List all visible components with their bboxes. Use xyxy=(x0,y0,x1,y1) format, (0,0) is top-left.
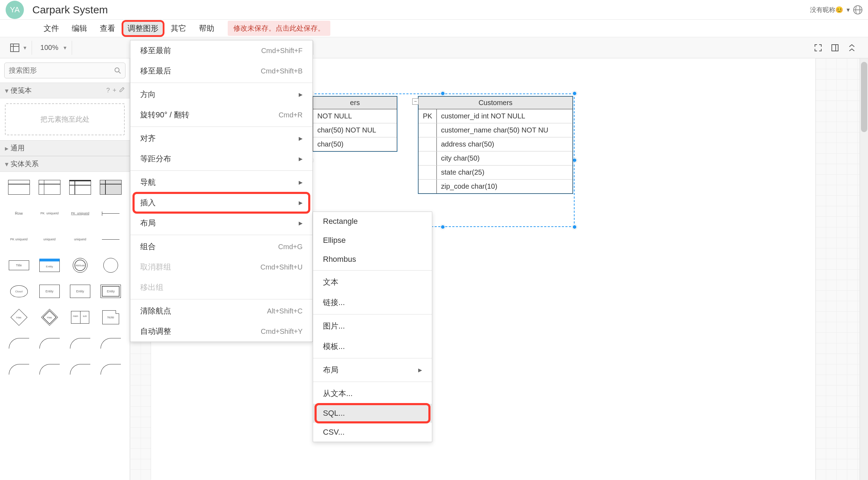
menu-item-[interactable]: 文本 xyxy=(313,272,432,292)
menu-item-[interactable]: 对齐▸ xyxy=(130,128,312,149)
shape-dropzone[interactable]: 把元素拖至此处 xyxy=(5,103,125,135)
shape-curve7[interactable] xyxy=(66,359,94,380)
menu-item-[interactable]: 方向▸ xyxy=(130,84,312,105)
add-shape-icon[interactable]: + xyxy=(112,87,116,94)
menu-item-rectangle[interactable]: Rectangle xyxy=(313,212,432,231)
edit-icon[interactable] xyxy=(119,87,125,94)
shape-entity-blue[interactable]: Entity xyxy=(35,255,63,276)
layout-panel-icon[interactable] xyxy=(8,41,21,54)
shape-attribute[interactable]: Attribute xyxy=(66,255,94,276)
table-row[interactable]: address char(50) xyxy=(419,137,572,151)
menu-item-[interactable]: 链接... xyxy=(313,292,432,313)
menu-item-[interactable]: 插入▸ xyxy=(130,193,312,213)
shape-mainsub[interactable]: mainsub xyxy=(66,307,94,328)
zoom-level[interactable]: 100% xyxy=(38,44,61,52)
menu-item-90[interactable]: 旋转90° / 翻转Cmd+R xyxy=(130,105,312,125)
menu-item-csv[interactable]: CSV... xyxy=(313,423,432,442)
menu-item-ellipse[interactable]: Ellipse xyxy=(313,231,432,250)
menu-other[interactable]: 其它 xyxy=(164,20,193,37)
sel-handle[interactable] xyxy=(572,158,577,163)
shape-entity3[interactable]: Entity xyxy=(97,281,125,302)
menu-item-[interactable]: 导航▸ xyxy=(130,172,312,193)
shape-uid[interactable]: uniqueId xyxy=(35,229,63,250)
shape-row[interactable]: Row xyxy=(5,203,33,224)
er-table-title[interactable]: ers xyxy=(313,97,397,109)
shape-table-simple[interactable] xyxy=(5,177,33,198)
table-row[interactable]: customer_name char(50) NOT NU xyxy=(419,123,572,137)
shape-uid2[interactable]: uniqueId xyxy=(66,229,94,250)
shape-entity1[interactable]: Entity xyxy=(35,281,63,302)
fullscreen-icon[interactable] xyxy=(812,41,824,54)
vertical-scrollbar[interactable] xyxy=(860,58,868,480)
menu-view[interactable]: 查看 xyxy=(93,20,122,37)
sel-handle[interactable] xyxy=(572,91,577,96)
table-row[interactable]: char(50) NOT NUL xyxy=(313,123,397,137)
menu-item-[interactable]: 等距分布▸ xyxy=(130,149,312,169)
shape-curve4[interactable] xyxy=(97,333,125,354)
search-icon[interactable] xyxy=(114,67,121,74)
menu-item-rhombus[interactable]: Rhombus xyxy=(313,250,432,269)
menu-item-sql[interactable]: SQL... xyxy=(313,404,432,423)
collapse-icon[interactable]: − xyxy=(412,98,419,105)
shape-table-header[interactable] xyxy=(66,177,94,198)
table-row[interactable]: char(50) xyxy=(313,137,397,151)
user-menu[interactable]: 没有昵称😊 ▾ xyxy=(810,5,862,14)
globe-icon[interactable] xyxy=(853,5,862,14)
er-table-title[interactable]: − Customers xyxy=(419,97,572,109)
shape-divider[interactable] xyxy=(97,203,125,224)
avatar[interactable]: YA xyxy=(6,1,24,19)
dropdown-caret-icon[interactable]: ▼ xyxy=(22,45,27,51)
shape-pk-uid-u[interactable]: PK uniqueId xyxy=(66,203,94,224)
sel-handle[interactable] xyxy=(440,91,445,96)
menu-arrange[interactable]: 调整图形 xyxy=(122,20,164,37)
section-notepad[interactable]: ▾ 便笺本 ? + xyxy=(0,83,130,98)
shape-has2[interactable]: Has xyxy=(35,307,63,328)
menu-item-[interactable]: 移至最后Cmd+Shift+B xyxy=(130,61,312,81)
shape-curve6[interactable] xyxy=(35,359,63,380)
menu-item-[interactable]: 布局▸ xyxy=(130,213,312,233)
shape-table-cols[interactable] xyxy=(35,177,63,198)
scroll-thumb[interactable] xyxy=(861,62,867,132)
format-panel-icon[interactable] xyxy=(829,41,841,54)
shape-has1[interactable]: Has xyxy=(5,307,33,328)
table-row[interactable]: PKcustomer_id int NOT NULL xyxy=(419,109,572,123)
shape-circle[interactable] xyxy=(97,255,125,276)
er-table-partial[interactable]: ers NOT NULL char(50) NOT NUL char(50) xyxy=(313,96,397,151)
menu-item-[interactable]: 布局▸ xyxy=(313,360,432,380)
menu-item-[interactable]: 自动调整Cmd+Shift+Y xyxy=(130,321,312,342)
menu-edit[interactable]: 编辑 xyxy=(65,20,93,37)
sel-handle[interactable] xyxy=(440,225,445,229)
save-notice[interactable]: 修改未保存。点击此处保存。 xyxy=(228,21,330,36)
collapse-panels-icon[interactable] xyxy=(846,41,858,54)
menu-item-[interactable]: 移至最前Cmd+Shift+F xyxy=(130,40,312,61)
shape-curve1[interactable] xyxy=(5,333,33,354)
menu-item-[interactable]: 清除航点Alt+Shift+C xyxy=(130,301,312,321)
table-row[interactable]: NOT NULL xyxy=(313,109,397,123)
table-row[interactable]: city char(50) xyxy=(419,151,572,166)
shape-curve2[interactable] xyxy=(35,333,63,354)
menu-file[interactable]: 文件 xyxy=(37,20,65,37)
sel-handle[interactable] xyxy=(572,225,577,229)
section-general[interactable]: ▸ 通用 xyxy=(0,140,130,156)
shape-curve3[interactable] xyxy=(66,333,94,354)
menu-help[interactable]: 帮助 xyxy=(193,20,221,37)
help-icon[interactable]: ? xyxy=(106,87,110,94)
menu-item-[interactable]: 模板... xyxy=(313,336,432,357)
menu-item-[interactable]: 图片... xyxy=(313,316,432,336)
menu-item-[interactable]: 组合Cmd+G xyxy=(130,236,312,257)
zoom-caret-icon[interactable]: ▼ xyxy=(63,45,67,51)
shape-entity2[interactable]: Entity xyxy=(66,281,94,302)
menu-item-[interactable]: 从文本... xyxy=(313,383,432,404)
shape-table-dark[interactable] xyxy=(97,177,125,198)
shape-pk-uid2[interactable]: PK uniqueId xyxy=(5,229,33,250)
search-input[interactable] xyxy=(4,63,125,78)
shape-curve8[interactable] xyxy=(97,359,125,380)
shape-cloud[interactable]: Cloud xyxy=(5,281,33,302)
shape-pk-uid[interactable]: PK uniqueId xyxy=(35,203,63,224)
shape-conn[interactable] xyxy=(97,229,125,250)
section-er[interactable]: ▾ 实体关系 xyxy=(0,156,130,172)
shape-title-box[interactable]: Title xyxy=(5,255,33,276)
er-table-customers[interactable]: − Customers PKcustomer_id int NOT NULL c… xyxy=(418,96,573,194)
table-row[interactable]: state char(25) xyxy=(419,166,572,180)
table-row[interactable]: zip_code char(10) xyxy=(419,180,572,193)
